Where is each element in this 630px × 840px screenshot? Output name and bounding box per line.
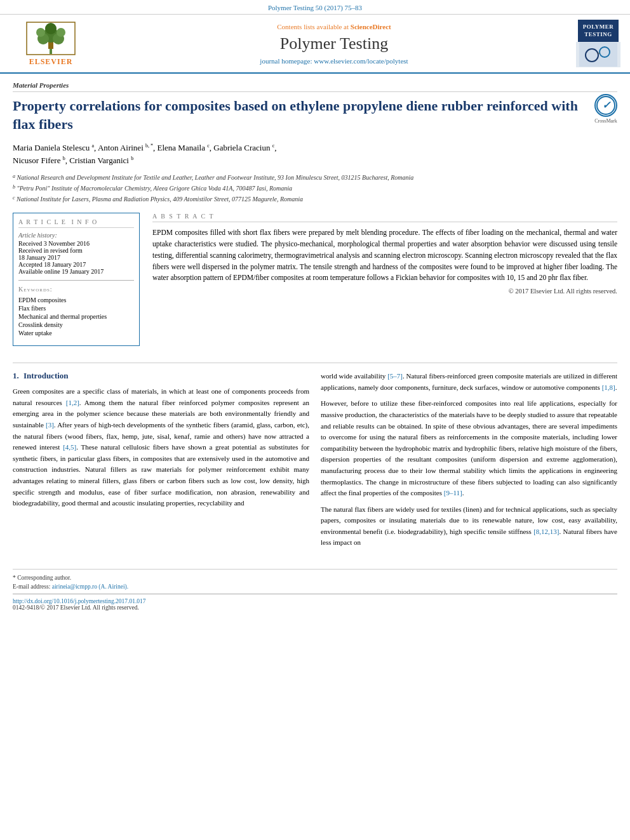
affiliations-block: a National Research and Development Inst… xyxy=(13,173,617,204)
keyword-1: EPDM composites xyxy=(18,297,134,303)
article-title: Property correlations for composites bas… xyxy=(13,97,588,133)
body-two-col: 1. Introduction Green composites are a s… xyxy=(13,371,617,554)
svg-text:✓: ✓ xyxy=(602,100,611,110)
authors-line: Maria Daniela Stelescu a, Anton Airinei … xyxy=(13,142,617,168)
svg-point-6 xyxy=(36,28,45,37)
received-date: Received 3 November 2016 xyxy=(18,240,134,247)
footer-divider xyxy=(13,594,617,594)
sciencedirect-name[interactable]: ScienceDirect xyxy=(351,23,391,30)
affiliation-b: b "Petru Poni" Institute of Macromolecul… xyxy=(13,183,617,193)
doi-link[interactable]: http://dx.doi.org/10.1016/j.polymertesti… xyxy=(13,598,617,604)
journal-reference-bar: Polymer Testing 50 (2017) 75–83 xyxy=(0,0,630,15)
polymer-badge-image xyxy=(576,42,620,67)
polymer-testing-badge: POLYMER TESTING xyxy=(573,20,624,67)
journal-homepage-line: journal homepage: www.elsevier.com/locat… xyxy=(95,57,573,65)
journal-center-info: Contents lists available at ScienceDirec… xyxy=(95,23,573,65)
title-area: Property correlations for composites bas… xyxy=(13,97,617,141)
keyword-2: Flax fibers xyxy=(18,305,134,312)
keywords-section: Keywords: EPDM composites Flax fibers Me… xyxy=(18,286,134,337)
keyword-5: Water uptake xyxy=(18,330,134,337)
abstract-col: A B S T R A C T EPDM composites filled w… xyxy=(152,213,617,352)
polymer-logo-icon xyxy=(579,43,617,67)
issn-line: 0142-9418/© 2017 Elsevier Ltd. All right… xyxy=(13,604,617,611)
section-title: Introduction xyxy=(23,371,69,380)
section-heading: 1. Introduction xyxy=(13,371,309,381)
introduction-section: 1. Introduction Green composites are a s… xyxy=(13,363,617,554)
sciencedirect-link[interactable]: Contents lists available at ScienceDirec… xyxy=(95,23,573,30)
email-address[interactable]: airineia@icmpp.ro (A. Airinei). xyxy=(52,583,128,590)
left-info-col: A R T I C L E I N F O Article history: R… xyxy=(13,213,140,352)
article-content: Material Properties Property correlation… xyxy=(0,74,630,561)
keyword-4: Crosslink density xyxy=(18,321,134,328)
homepage-url[interactable]: www.elsevier.com/locate/polytest xyxy=(314,57,408,65)
revised-date: Received in revised form 18 January 2017 xyxy=(18,247,134,261)
journal-header: ELSEVIER Contents lists available at Sci… xyxy=(0,15,630,74)
elsevier-brand-text: ELSEVIER xyxy=(29,57,73,67)
crossmark-label: CrossMark xyxy=(594,118,617,124)
crossmark-icon: ✓ xyxy=(594,94,617,117)
journal-reference-text: Polymer Testing 50 (2017) 75–83 xyxy=(268,4,362,11)
intro-paragraph-1: Green composites are a specific class of… xyxy=(13,386,309,509)
accepted-date: Accepted 18 January 2017 xyxy=(18,261,134,268)
abstract-text: EPDM composites filled with short flax f… xyxy=(152,227,617,284)
elsevier-tree-icon xyxy=(25,21,76,56)
email-line: E-mail address: airineia@icmpp.ro (A. Ai… xyxy=(13,583,617,590)
svg-point-7 xyxy=(57,28,65,37)
body-left-col: 1. Introduction Green composites are a s… xyxy=(13,371,309,554)
keyword-3: Mechanical and thermal properties xyxy=(18,313,134,320)
svg-point-5 xyxy=(45,23,57,34)
body-right-col: world wide availability [5–7]. Natural f… xyxy=(321,371,617,554)
elsevier-logo: ELSEVIER xyxy=(6,21,95,67)
affiliation-a: a National Research and Development Inst… xyxy=(13,173,617,182)
polymer-badge-text: POLYMER TESTING xyxy=(578,20,619,42)
affiliation-c: c National Institute for Lasers, Plasma … xyxy=(13,194,617,204)
section-number: 1. xyxy=(13,371,19,380)
article-footer: * Corresponding author. E-mail address: … xyxy=(13,569,617,611)
intro-paragraph-3: However, before to utilize these fiber-r… xyxy=(321,398,617,498)
intro-paragraph-2: world wide availability [5–7]. Natural f… xyxy=(321,371,617,393)
article-info-box: A R T I C L E I N F O Article history: R… xyxy=(13,213,140,346)
corresponding-note: * Corresponding author. xyxy=(13,575,617,581)
intro-paragraph-4: The natural flax fibers are widely used … xyxy=(321,504,617,549)
journal-title: Polymer Testing xyxy=(95,34,573,53)
article-category: Material Properties xyxy=(13,81,617,92)
copyright-line: © 2017 Elsevier Ltd. All rights reserved… xyxy=(152,288,617,295)
authors-text: Maria Daniela Stelescu a, Anton Airinei … xyxy=(13,143,276,166)
keywords-title: Keywords: xyxy=(18,286,134,293)
info-abstract-area: A R T I C L E I N F O Article history: R… xyxy=(13,213,617,352)
divider xyxy=(18,280,134,281)
history-section: Article history: Received 3 November 201… xyxy=(18,232,134,275)
crossmark-badge[interactable]: ✓ CrossMark xyxy=(594,94,617,124)
article-info-title: A R T I C L E I N F O xyxy=(18,218,134,228)
history-label: Article history: xyxy=(18,232,134,239)
abstract-heading: A B S T R A C T xyxy=(152,213,617,222)
online-date: Available online 19 January 2017 xyxy=(18,268,134,275)
